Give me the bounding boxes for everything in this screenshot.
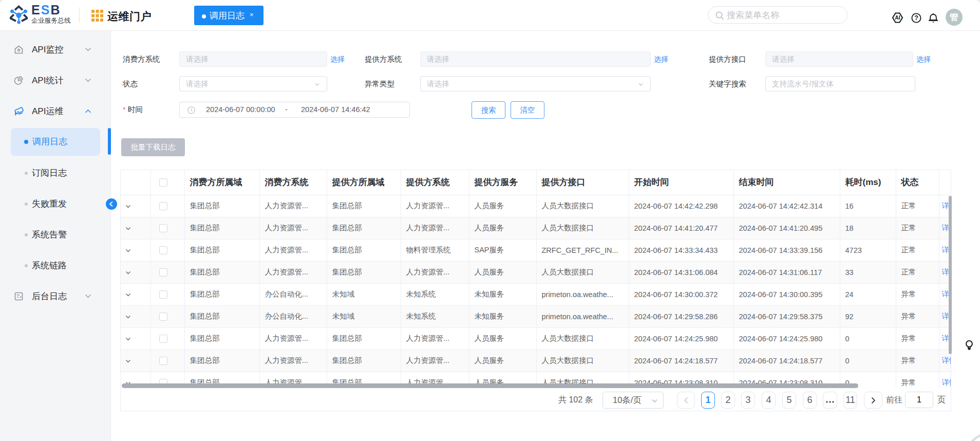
- svg-text:AI: AI: [895, 14, 900, 21]
- svg-text:?: ?: [914, 14, 918, 22]
